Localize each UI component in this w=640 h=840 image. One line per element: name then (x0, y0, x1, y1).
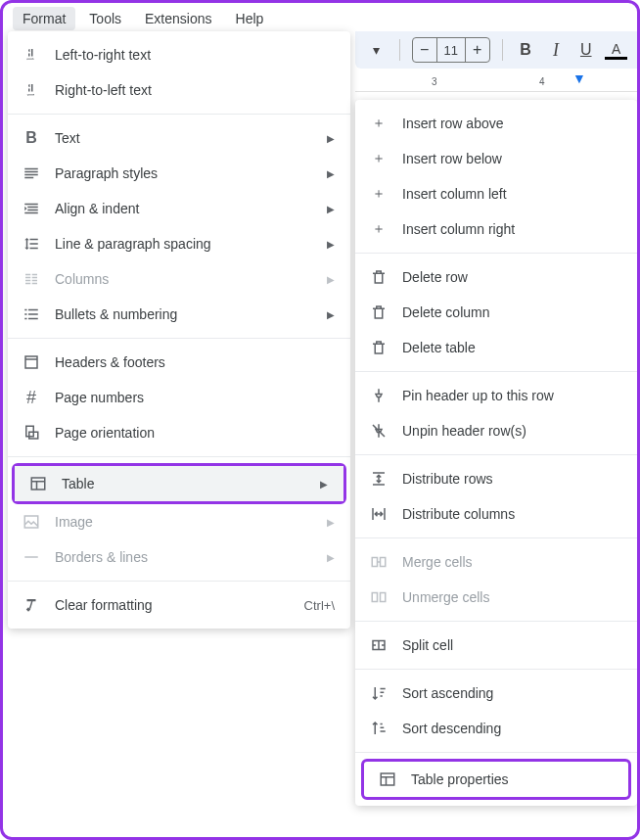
page-orientation-item[interactable]: Page orientation (8, 415, 350, 450)
separator (502, 39, 503, 61)
menu-label: Sort ascending (402, 685, 621, 701)
text-submenu-item[interactable]: B Text ▶ (8, 120, 350, 156)
ltr-icon (22, 45, 41, 65)
menu-help[interactable]: Help (226, 7, 274, 30)
submenu-arrow-icon: ▶ (327, 517, 335, 528)
table-submenu: ＋ Insert row above ＋ Insert row below ＋ … (355, 100, 637, 806)
menu-label: Text (55, 130, 313, 146)
line-icon (22, 547, 41, 567)
delete-table-item[interactable]: Delete table (355, 330, 637, 365)
distribute-cols-icon (369, 504, 389, 524)
columns-item: Columns ▶ (8, 261, 350, 297)
format-dropdown: Left-to-right text Right-to-left text B … (8, 31, 350, 629)
menu-label: Split cell (402, 637, 621, 653)
menu-label: Borders & lines (55, 549, 313, 565)
menu-label: Page orientation (55, 425, 335, 441)
distribute-rows-item[interactable]: Distribute rows (355, 461, 637, 496)
text-color-button[interactable]: A (605, 40, 627, 60)
sort-ascending-item[interactable]: Sort ascending (355, 676, 637, 711)
insert-row-below-item[interactable]: ＋ Insert row below (355, 141, 637, 176)
table-item-highlight: Table ▶ (12, 463, 346, 504)
font-size-input[interactable]: 11 (436, 38, 466, 62)
menu-label: Insert row below (402, 151, 621, 166)
paragraph-icon (22, 163, 41, 183)
columns-icon (22, 269, 41, 289)
paragraph-styles-item[interactable]: Paragraph styles ▶ (8, 156, 350, 191)
table-properties-highlight: Table properties (361, 759, 631, 800)
svg-rect-19 (381, 773, 394, 785)
indent-marker-icon[interactable]: ▼ (572, 70, 586, 86)
svg-rect-15 (372, 593, 377, 602)
italic-button[interactable]: I (545, 38, 568, 62)
sort-descending-item[interactable]: Sort descending (355, 711, 637, 746)
unpin-header-item[interactable]: Unpin header row(s) (355, 413, 637, 448)
table-icon (378, 770, 397, 789)
menu-label: Page numbers (55, 390, 335, 405)
table-submenu-item[interactable]: Table ▶ (15, 466, 343, 501)
increase-font-button[interactable]: + (466, 41, 489, 59)
svg-rect-16 (381, 593, 386, 602)
submenu-arrow-icon: ▶ (327, 204, 335, 214)
menu-label: Delete table (402, 340, 621, 355)
delete-column-item[interactable]: Delete column (355, 295, 637, 330)
pin-header-item[interactable]: Pin header up to this row (355, 378, 637, 413)
menu-label: Insert column right (402, 221, 621, 237)
ruler: 3 4 ▼ (355, 69, 637, 92)
trash-icon (369, 267, 389, 287)
dropdown-caret-icon[interactable]: ▾ (365, 38, 388, 62)
bullets-numbering-item[interactable]: Bullets & numbering ▶ (8, 297, 350, 332)
rtl-text-item[interactable]: Right-to-left text (8, 72, 350, 108)
submenu-arrow-icon: ▶ (327, 552, 335, 563)
divider (8, 581, 350, 582)
submenu-arrow-icon: ▶ (327, 168, 335, 179)
page-numbers-item[interactable]: # Page numbers (8, 380, 350, 415)
menu-format[interactable]: Format (13, 7, 75, 30)
menu-label: Align & indent (55, 201, 313, 216)
rtl-icon (22, 80, 41, 100)
insert-row-above-item[interactable]: ＋ Insert row above (355, 106, 637, 141)
submenu-arrow-icon: ▶ (327, 274, 335, 285)
bold-button[interactable]: B (515, 38, 537, 62)
insert-column-left-item[interactable]: ＋ Insert column left (355, 176, 637, 211)
delete-row-item[interactable]: Delete row (355, 259, 637, 295)
insert-column-right-item[interactable]: ＋ Insert column right (355, 211, 637, 247)
menu-label: Line & paragraph spacing (55, 236, 313, 252)
list-icon (22, 304, 41, 324)
headers-footers-item[interactable]: Headers & footers (8, 345, 350, 380)
merge-cells-item: Merge cells (355, 544, 637, 580)
svg-rect-13 (372, 558, 377, 567)
submenu-arrow-icon: ▶ (327, 309, 335, 320)
plus-icon: ＋ (369, 114, 389, 133)
pin-icon (369, 386, 389, 405)
menu-label: Delete row (402, 269, 621, 285)
divider (355, 621, 637, 622)
font-size-control: − 11 + (412, 37, 490, 63)
menu-label: Left-to-right text (55, 47, 335, 63)
line-spacing-icon (22, 234, 41, 254)
divider (355, 752, 637, 753)
line-spacing-item[interactable]: Line & paragraph spacing ▶ (8, 226, 350, 261)
ltr-text-item[interactable]: Left-to-right text (8, 37, 350, 72)
distribute-columns-item[interactable]: Distribute columns (355, 496, 637, 532)
image-item: Image ▶ (8, 504, 350, 539)
unpin-icon (369, 421, 389, 441)
plus-icon: ＋ (369, 219, 389, 239)
divider (355, 669, 637, 670)
table-properties-item[interactable]: Table properties (364, 762, 628, 797)
svg-rect-0 (25, 356, 37, 368)
menu-label: Pin header up to this row (402, 388, 621, 403)
merge-icon (369, 552, 389, 572)
submenu-arrow-icon: ▶ (327, 239, 335, 250)
divider (355, 371, 637, 372)
align-indent-item[interactable]: Align & indent ▶ (8, 191, 350, 226)
menu-tools[interactable]: Tools (79, 7, 131, 30)
submenu-arrow-icon: ▶ (320, 479, 328, 490)
plus-icon: ＋ (369, 149, 389, 168)
decrease-font-button[interactable]: − (413, 41, 436, 59)
menu-extensions[interactable]: Extensions (135, 7, 221, 30)
underline-button[interactable]: U (574, 38, 597, 62)
menu-label: Unmerge cells (402, 589, 621, 605)
split-cell-item[interactable]: Split cell (355, 628, 637, 663)
menu-label: Right-to-left text (55, 82, 335, 98)
clear-formatting-item[interactable]: Clear formatting Ctrl+\ (8, 587, 350, 623)
